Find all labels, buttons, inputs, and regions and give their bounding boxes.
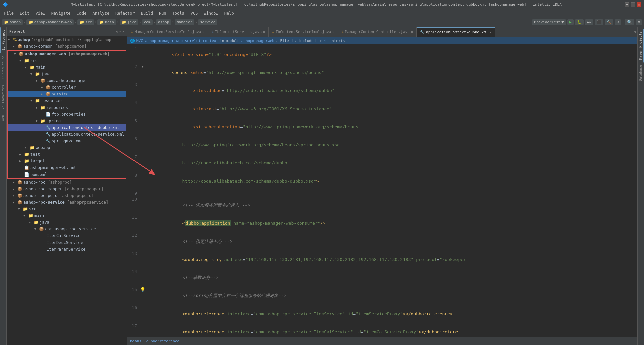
settings-icon[interactable]: ⚙: [116, 30, 118, 33]
breadcrumb-java[interactable]: 📁 java: [120, 19, 139, 25]
context-module-link[interactable]: ashopmanagerweb: [241, 39, 274, 43]
breadcrumb-manager[interactable]: manager: [175, 19, 194, 25]
line-number: 3: [127, 82, 140, 88]
debug-button[interactable]: 🐛: [575, 19, 584, 25]
tree-rpc-main[interactable]: ▼ 📁 main: [7, 212, 127, 219]
tab-close-icon[interactable]: ✕: [411, 30, 413, 34]
tree-main-1[interactable]: ▼ 📁 main: [8, 64, 126, 71]
tab-close-icon[interactable]: ✕: [263, 30, 265, 34]
menu-edit[interactable]: Edit: [17, 10, 32, 16]
tree-ashop-rpc-service[interactable]: ▼ 📦 ashop-rpc-service [ashoprpcservice]: [7, 199, 127, 206]
menu-build[interactable]: Build: [138, 10, 156, 16]
tree-test[interactable]: ▶ 📁 test: [8, 151, 126, 158]
breadcrumb-ashop-manager-web[interactable]: 📁 ashop-manager-web: [26, 19, 74, 25]
settings-button[interactable]: ⚙: [636, 19, 642, 25]
tree-ftp-properties[interactable]: 📄 ftp.properties: [8, 111, 126, 118]
tab-close-icon[interactable]: ✕: [489, 30, 491, 34]
tree-springmvc[interactable]: 🔧 springmvc.xml: [8, 138, 126, 144]
breadcrumb-beans[interactable]: beans: [130, 339, 141, 343]
tree-webapp[interactable]: ▶ 📁 webapp: [8, 144, 126, 151]
menu-code[interactable]: Code: [74, 10, 89, 16]
tree-controller[interactable]: ▶ 📦 controller: [8, 84, 126, 91]
right-tab-maven[interactable]: Maven Projects: [638, 29, 644, 62]
project-icon: 🏗: [13, 37, 17, 42]
horizontal-scrollbar[interactable]: [127, 334, 637, 337]
run-config-selector[interactable]: ProviderTest ▼: [532, 19, 566, 25]
tree-ashopmanagerweb-iml[interactable]: 📋 ashopmanagerweb.iml: [8, 164, 126, 171]
tab-TbContentService[interactable]: ☕ TbContentService.java ✕: [208, 27, 269, 37]
editor-settings-icon[interactable]: ⚙: [634, 30, 636, 34]
run-button[interactable]: ▶: [567, 19, 574, 25]
breadcrumb-ashop[interactable]: 📁 ashop: [2, 19, 23, 25]
tree-rpc-src[interactable]: ▼ 📁 src: [7, 206, 127, 212]
minimize-button[interactable]: ─: [625, 2, 629, 7]
tree-service[interactable]: ▶ 📦 service: [8, 91, 126, 97]
menu-help[interactable]: Help: [222, 10, 237, 16]
breadcrumb-dubbo-reference[interactable]: dubbo:reference: [146, 339, 179, 343]
tree-rpc-java[interactable]: ▼ 📁 java: [7, 219, 127, 226]
red-border-section: ▼ 📦 ashop-manager-web [ashopmanagerweb] …: [7, 50, 126, 179]
breadcrumb-com[interactable]: com: [142, 19, 153, 25]
maximize-button[interactable]: □: [631, 2, 635, 7]
menu-view[interactable]: View: [33, 10, 48, 16]
tree-applicationContext-service[interactable]: 🔧 applicationContext-service.xml: [8, 131, 126, 138]
tab-favorites[interactable]: 2: Favorites: [1, 82, 6, 112]
tab-web[interactable]: Web: [1, 112, 6, 124]
menu-window[interactable]: Window: [201, 10, 221, 16]
tree-src-1[interactable]: ▼ 📁 src: [8, 57, 126, 64]
tree-ashop-manager-web[interactable]: ▼ 📦 ashop-manager-web [ashopmanagerweb]: [8, 51, 126, 57]
close-button[interactable]: ✕: [637, 2, 641, 7]
stop-button[interactable]: ⬛: [595, 19, 603, 25]
tree-ashop-rpc[interactable]: ▶ 📦 ashop-rpc [ashoprpc]: [7, 179, 127, 186]
line-content: xsi:schemaLocation="http://www.springfra…: [146, 118, 637, 136]
tree-com-ashop-manager[interactable]: ▼ 📦 com.ashop.manager: [8, 77, 126, 84]
tree-ashop-rpc-pojo[interactable]: ▶ 📦 ashop-rpc-pojo [ashoprpcpojo]: [7, 192, 127, 199]
folder-icon: 📁: [30, 65, 35, 70]
tree-java-1[interactable]: ▼ 📁 java: [8, 71, 126, 77]
tree-ItemParamService[interactable]: Ⅰ ItemParamService: [7, 246, 127, 253]
tab-ManagerContentServiceImpl[interactable]: ☕ ManagerContentServiceImpl.java ✕: [127, 27, 208, 37]
tab-TbContentServiceImpl[interactable]: ☕ TbContentServiceImpl.java ✕: [269, 27, 338, 37]
tree-ashop-rpc-mapper[interactable]: ▶ 📦 ashop-rpc-mapper [ashoprpcmapper]: [7, 186, 127, 192]
menu-analyze[interactable]: Analyze: [90, 10, 112, 16]
tree-pom-1[interactable]: 📄 pom.xml: [8, 171, 126, 178]
update-button[interactable]: ↺: [615, 19, 621, 25]
breadcrumb-src[interactable]: 📁 src: [77, 19, 94, 25]
tree-spring[interactable]: ▼ 📁 spring: [8, 118, 126, 124]
tree-ItemCatService[interactable]: Ⅰ ItemCatService: [7, 232, 127, 239]
context-count-link[interactable]: 4: [324, 39, 326, 43]
tab-close-icon[interactable]: ✕: [332, 30, 334, 34]
run-with-coverage[interactable]: ▶%: [585, 19, 593, 25]
search-everywhere[interactable]: 🔍: [625, 19, 634, 25]
tab-project[interactable]: 1: Project: [0, 27, 6, 53]
menu-refactor[interactable]: Refactor: [113, 10, 138, 16]
gear-icon[interactable]: ≡: [119, 30, 121, 33]
menu-tools[interactable]: Tools: [170, 10, 187, 16]
breadcrumb-label: src: [85, 20, 92, 24]
context-mvc-link[interactable]: MVC ashop-manager-web servlet context: [136, 39, 218, 43]
breadcrumb-ashop-pkg[interactable]: ashop: [156, 19, 171, 25]
folder-icon: 📁: [29, 20, 33, 24]
menu-navigate[interactable]: Navigate: [49, 10, 73, 16]
tree-applicationContext-dubbo[interactable]: 🔧 applicationContext-dubbo.xml: [8, 124, 126, 131]
breadcrumb-main[interactable]: 📁 main: [97, 19, 116, 25]
tree-target[interactable]: ▶ 📁 target: [8, 158, 126, 164]
tree-resources-outer[interactable]: ▼ 📁 resources: [8, 97, 126, 104]
build-button[interactable]: 🔨: [605, 19, 613, 25]
menu-vcs[interactable]: VCS: [188, 10, 201, 16]
menu-run[interactable]: Run: [156, 10, 169, 16]
tab-close-icon[interactable]: ✕: [202, 30, 204, 34]
tab-structure[interactable]: 2: Structure: [1, 53, 6, 82]
tab-applicationContext-dubbo[interactable]: 🔧 applicationContext-dubbo.xml ✕: [417, 27, 495, 37]
tree-resources-inner[interactable]: ▼ 📁 resources: [8, 104, 126, 111]
tree-com-ashop-rpc-service[interactable]: ▼ 📦 com.ashop.rpc.service: [7, 226, 127, 232]
menu-file[interactable]: File: [1, 10, 16, 16]
right-tab-database[interactable]: Database: [638, 62, 644, 84]
tree-root-ashop[interactable]: ▼ 🏗 ashop C:\githubRepositories\shopping…: [7, 36, 127, 43]
tree-ashop-common[interactable]: ▶ 📦 ashop-common [ashopcommon]: [7, 43, 127, 50]
breadcrumb-service[interactable]: service: [198, 19, 217, 25]
close-icon[interactable]: ✕: [122, 30, 124, 33]
code-editor[interactable]: 1 <?xml version="1.0" encoding="UTF-8"?>…: [127, 44, 637, 334]
tab-ManagerContentController[interactable]: ☕ ManagerContentController.java ✕: [338, 27, 417, 37]
tree-ItemDescService[interactable]: Ⅰ ItemDescService: [7, 239, 127, 246]
